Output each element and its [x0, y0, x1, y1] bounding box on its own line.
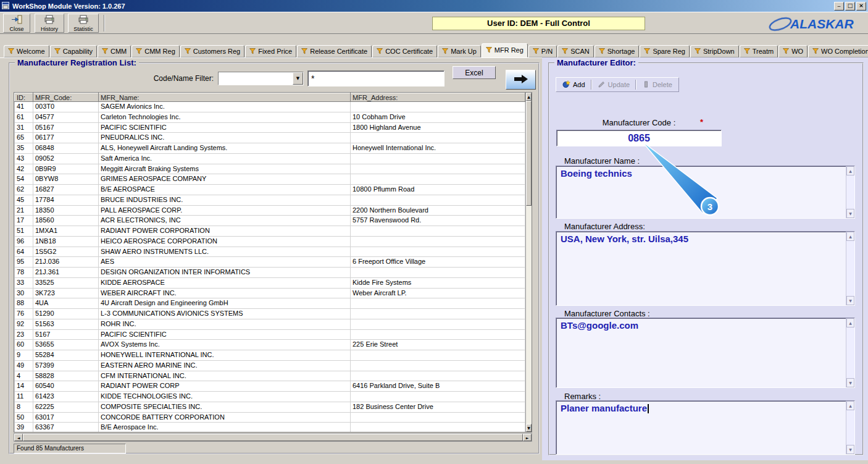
table-row[interactable]: 6506177PNEUDRALICS INC. [15, 133, 525, 143]
scroll-up-icon[interactable] [846, 401, 854, 410]
name-field-scrollbar[interactable] [846, 166, 854, 218]
table-row[interactable]: 641S5G2SHAW AERO INSTRUMENTS LLC. [15, 247, 525, 257]
horizontal-scrollbar-thumb[interactable] [23, 434, 523, 441]
tab-stripdown[interactable]: StripDown [690, 45, 739, 57]
table-row[interactable]: 884UA4U Aircraft Design and Engineering … [15, 298, 525, 309]
code-name-filter-dropdown[interactable] [218, 72, 304, 85]
table-row[interactable]: 3333525KIDDE AEROSPACEKidde Fire Systems [15, 277, 525, 288]
statistic-button[interactable]: Statistic [68, 14, 99, 33]
table-row[interactable]: 9251563ROHR INC. [15, 319, 525, 329]
col-header-mfr-address[interactable]: MFR_Address: [351, 93, 525, 102]
tab-shortage[interactable]: Shortage [595, 45, 640, 57]
table-row[interactable]: 7651290L-3 COMMUNICATIONS AVIONICS SYSTE… [15, 309, 525, 319]
table-cell [351, 226, 525, 237]
scroll-up-icon[interactable] [526, 93, 532, 101]
col-header-mfr-name[interactable]: MFR_Name: [99, 93, 351, 102]
scroll-down-icon[interactable] [846, 296, 854, 305]
scroll-up-icon[interactable] [846, 232, 854, 241]
tab-welcome[interactable]: Welcome [4, 45, 49, 57]
col-header-id[interactable]: ID: [15, 93, 33, 102]
tab-mfr-reg[interactable]: MFR Reg [482, 43, 528, 57]
table-row[interactable]: 6216827B/E AEROSPACE10800 Pflumm Road [15, 185, 525, 195]
excel-export-button[interactable]: Excel [453, 66, 496, 79]
filter-dropdown-input[interactable] [219, 72, 293, 85]
table-row[interactable]: 9521J.036AES6 Freeport Office Village [15, 257, 525, 268]
table-cell: SHAW AERO INSTRUMENTS LLC. [99, 247, 351, 257]
vertical-scrollbar-thumb[interactable] [526, 101, 532, 206]
manufacturer-name-field[interactable]: Boeing technics [556, 166, 855, 219]
tab-treatm[interactable]: Treatm [740, 45, 778, 57]
table-row[interactable]: 4957399EASTERN AERO MARINE INC. [15, 360, 525, 371]
tab-cmm[interactable]: CMM [98, 45, 131, 57]
close-icon [11, 15, 22, 25]
table-row[interactable]: 3963367B/E Aerospace Inc. [15, 423, 525, 432]
table-cell: PALL AEROSPACE CORP. [99, 205, 351, 216]
remarks-field[interactable]: Planer manufacture [556, 400, 855, 455]
table-row[interactable]: 458828CFM INTERNATIONAL INC. [15, 371, 525, 381]
close-window-button[interactable] [856, 2, 866, 11]
update-button[interactable]: Update [595, 79, 633, 91]
table-row[interactable]: 303K723WEBER AIRCRAFT INC.Weber Aircraft… [15, 288, 525, 298]
tab-spare-reg[interactable]: Spare Reg [640, 45, 690, 57]
tab-coc-certificate[interactable]: COC Certificate [372, 45, 437, 57]
dropdown-arrow-icon[interactable] [293, 72, 303, 85]
tab-fixed-price[interactable]: Fixed Price [245, 45, 296, 57]
tab-release-certificate[interactable]: Release Certificate [297, 45, 372, 57]
table-row[interactable]: 955284HONEYWELL INTERNATIONAL INC. [15, 350, 525, 361]
tab-scan[interactable]: SCAN [557, 45, 594, 57]
close-button[interactable]: Close [3, 14, 30, 33]
tab-customers-reg[interactable]: Customers Reg [180, 45, 244, 57]
search-filter-input[interactable] [307, 70, 444, 86]
contacts-field-scrollbar[interactable] [846, 318, 854, 387]
scroll-down-icon[interactable] [846, 378, 854, 387]
scroll-right-icon[interactable] [523, 434, 532, 441]
history-button[interactable]: History [35, 14, 64, 33]
table-cell: PACIFIC SCIENTIFIC [99, 329, 351, 340]
tab-wo-completion[interactable]: WO Completion [808, 45, 868, 57]
manufacturer-code-field[interactable]: 0865 [556, 130, 722, 146]
table-row[interactable]: 3506848ALS, Honeywell Aircraft Landing S… [15, 143, 525, 154]
table-row[interactable]: 3105167PACIFIC SCIENTIFIC1800 Highland A… [15, 122, 525, 133]
table-row[interactable]: 2118350PALL AEROSPACE CORP.2200 Northern… [15, 205, 525, 216]
remarks-field-scrollbar[interactable] [846, 401, 854, 454]
address-field-scrollbar[interactable] [846, 232, 854, 305]
minimize-button[interactable] [834, 2, 844, 11]
table-row[interactable]: 862225COMPOSITE SPECIALTIES INC.182 Busi… [15, 402, 525, 412]
tab-capability[interactable]: Capability [50, 45, 97, 57]
table-row[interactable]: 41003T0SAGEM Avionics Inc. [15, 102, 525, 112]
table-vertical-scrollbar[interactable] [525, 93, 532, 432]
tab-cmm-reg[interactable]: CMM Reg [131, 45, 180, 57]
table-row[interactable]: 420B9R9Meggitt Aircraft Braking Systems [15, 164, 525, 174]
table-row[interactable]: 1161423KIDDE TECHNOLOGIES INC. [15, 392, 525, 402]
table-row[interactable]: 7821J.361DESIGN ORGANIZATION INTER INFOR… [15, 268, 525, 278]
apply-filter-button[interactable] [506, 70, 536, 90]
tab-p-n[interactable]: P/N [528, 45, 557, 57]
table-horizontal-scrollbar[interactable] [14, 433, 532, 442]
table-row[interactable]: 5063017CONCORDE BATTERY CORPORATION [15, 412, 525, 423]
table-row[interactable]: 4309052Saft America Inc. [15, 153, 525, 164]
col-header-mfr-code[interactable]: MFR_Code: [33, 93, 99, 102]
scroll-left-icon[interactable] [14, 434, 23, 441]
tab-wo[interactable]: WO [778, 45, 807, 57]
manufacturer-address-field[interactable]: USA, New York, str. Uilsa,345 [556, 231, 855, 306]
table-row[interactable]: 6053655AVOX Systems Inc.225 Erie Street [15, 340, 525, 350]
scroll-down-icon[interactable] [526, 424, 532, 432]
scroll-up-icon[interactable] [846, 318, 854, 327]
table-row[interactable]: 235167PACIFIC SCIENTIFIC [15, 329, 525, 340]
tab-mark-up[interactable]: Mark Up [438, 45, 481, 57]
scroll-up-icon[interactable] [846, 166, 854, 175]
table-row[interactable]: 540BYW8GRIMES AEROSPACE COMPANY [15, 174, 525, 185]
table-row[interactable]: 1718560ACR ELECTRONICS, INC5757 Ravenswo… [15, 216, 525, 226]
manufacturer-contacts-field[interactable]: BTs@google.com [556, 318, 855, 388]
table-row[interactable]: 6104577Carleton Technologies Inc.10 Cobh… [15, 112, 525, 122]
table-row[interactable]: 511MXA1RADIANT POWER CORPORATION [15, 226, 525, 237]
table-row[interactable]: 961NB18HEICO AEROSPACE CORPORATION [15, 236, 525, 247]
table-row[interactable]: 1460540RADIANT POWER CORP6416 Parkland D… [15, 381, 525, 392]
maximize-button[interactable] [845, 2, 855, 11]
scroll-down-icon[interactable] [846, 209, 854, 218]
vertical-scrollbar-track[interactable] [526, 206, 532, 424]
add-button[interactable]: Add [559, 79, 588, 91]
delete-button[interactable]: Delete [639, 79, 675, 91]
table-row[interactable]: 4517784BRUCE INDUSTRIES INC. [15, 195, 525, 205]
scroll-down-icon[interactable] [846, 445, 854, 454]
